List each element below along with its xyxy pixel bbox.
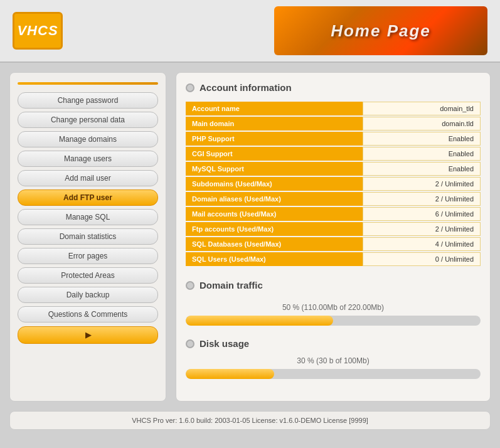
sidebar-nav: Change passwordChange personal dataManag…: [18, 92, 158, 323]
sidebar-item-change-personal-data[interactable]: Change personal data: [18, 112, 158, 128]
account-row-value: Enabled: [363, 162, 481, 176]
account-row-label: PHP Support: [186, 132, 363, 146]
disk-usage-track: [186, 369, 481, 379]
logo-text: VHCS: [17, 23, 58, 39]
sidebar-item-manage-domains[interactable]: Manage domains: [18, 131, 158, 147]
account-row-label: Ftp accounts (Used/Max): [186, 222, 363, 236]
banner-text: Home Page: [331, 21, 431, 41]
account-row-label: Account name: [186, 102, 363, 115]
table-row: Account namedomain_tld: [186, 102, 481, 115]
footer-text: VHCS Pro ver: 1.6.0 build: 2003-01-05 Li…: [132, 417, 368, 424]
domain-traffic-label: 50 % (110.00Mb of 220.00Mb): [186, 303, 481, 312]
account-row-label: SQL Databases (Used/Max): [186, 237, 363, 251]
sidebar-item-add-ftp-user[interactable]: Add FTP user: [18, 189, 158, 206]
sidebar-item-add-mail-user[interactable]: Add mail user: [18, 170, 158, 186]
account-row-label: Main domain: [186, 117, 363, 131]
account-row-value: domain_tld: [363, 102, 481, 115]
sidebar-item-error-pages[interactable]: Error pages: [18, 248, 158, 264]
sidebar: Change passwordChange personal dataManag…: [9, 72, 166, 402]
table-row: Ftp accounts (Used/Max)2 / Unlimited: [186, 222, 481, 236]
table-row: Mail accounts (Used/Max)6 / Unlimited: [186, 207, 481, 221]
account-info-table: Account namedomain_tldMain domaindomain.…: [186, 100, 481, 267]
header-banner: Home Page: [274, 6, 487, 55]
sidebar-divider: [18, 82, 158, 85]
account-row-value: 2 / Unlimited: [363, 192, 481, 206]
disk-usage-progress-area: 30 % (30 b of 100Mb): [186, 356, 481, 379]
account-row-label: Subdomains (Used/Max): [186, 177, 363, 191]
account-row-label: Domain aliases (Used/Max): [186, 192, 363, 206]
sidebar-item-manage-users[interactable]: Manage users: [18, 151, 158, 167]
footer-bar: VHCS Pro ver: 1.6.0 build: 2003-01-05 Li…: [9, 411, 491, 430]
main-container: Change passwordChange personal dataManag…: [0, 63, 500, 411]
domain-traffic-section-header: Domain traffic: [186, 280, 481, 291]
header: VHCS Home Page: [0, 0, 500, 63]
table-row: PHP SupportEnabled: [186, 132, 481, 146]
content-area: Account information Account namedomain_t…: [176, 72, 491, 402]
sidebar-bottom-action[interactable]: ▶: [18, 326, 158, 344]
domain-traffic-progress-area: 50 % (110.00Mb of 220.00Mb): [186, 303, 481, 326]
disk-usage-section-header: Disk usage: [186, 338, 481, 349]
table-row: SQL Users (Used/Max)0 / Unlimited: [186, 252, 481, 266]
table-row: Subdomains (Used/Max)2 / Unlimited: [186, 177, 481, 191]
disk-usage-circle: [186, 339, 194, 348]
account-info-title: Account information: [199, 82, 292, 93]
sidebar-item-daily-backup[interactable]: Daily backup: [18, 287, 158, 303]
table-row: CGI SupportEnabled: [186, 147, 481, 161]
disk-usage-title: Disk usage: [199, 338, 249, 349]
domain-traffic-fill: [186, 316, 333, 326]
table-row: MySQL SupportEnabled: [186, 162, 481, 176]
account-row-value: 2 / Unlimited: [363, 177, 481, 191]
domain-traffic-circle: [186, 281, 194, 290]
account-row-label: MySQL Support: [186, 162, 363, 176]
disk-usage-label: 30 % (30 b of 100Mb): [186, 356, 481, 365]
table-row: Main domaindomain.tld: [186, 117, 481, 131]
sidebar-item-questions-comments[interactable]: Questions & Comments: [18, 306, 158, 323]
account-row-value: Enabled: [363, 132, 481, 146]
account-row-value: 2 / Unlimited: [363, 222, 481, 236]
sidebar-item-manage-sql[interactable]: Manage SQL: [18, 209, 158, 225]
domain-traffic-track: [186, 316, 481, 326]
table-row: SQL Databases (Used/Max)4 / Unlimited: [186, 237, 481, 251]
sidebar-item-protected-areas[interactable]: Protected Areas: [18, 267, 158, 284]
account-row-value: 4 / Unlimited: [363, 237, 481, 251]
account-row-label: SQL Users (Used/Max): [186, 252, 363, 266]
logo: VHCS: [13, 12, 63, 50]
account-row-value: domain.tld: [363, 117, 481, 131]
domain-traffic-title: Domain traffic: [199, 280, 263, 291]
account-row-label: Mail accounts (Used/Max): [186, 207, 363, 221]
table-row: Domain aliases (Used/Max)2 / Unlimited: [186, 192, 481, 206]
sidebar-item-domain-statistics[interactable]: Domain statistics: [18, 228, 158, 245]
account-row-value: 0 / Unlimited: [363, 252, 481, 266]
account-row-value: 6 / Unlimited: [363, 207, 481, 221]
disk-usage-fill: [186, 369, 274, 379]
sidebar-item-change-password[interactable]: Change password: [18, 92, 158, 109]
account-row-label: CGI Support: [186, 147, 363, 161]
account-info-circle: [186, 83, 194, 92]
account-info-section-header: Account information: [186, 82, 481, 93]
account-row-value: Enabled: [363, 147, 481, 161]
